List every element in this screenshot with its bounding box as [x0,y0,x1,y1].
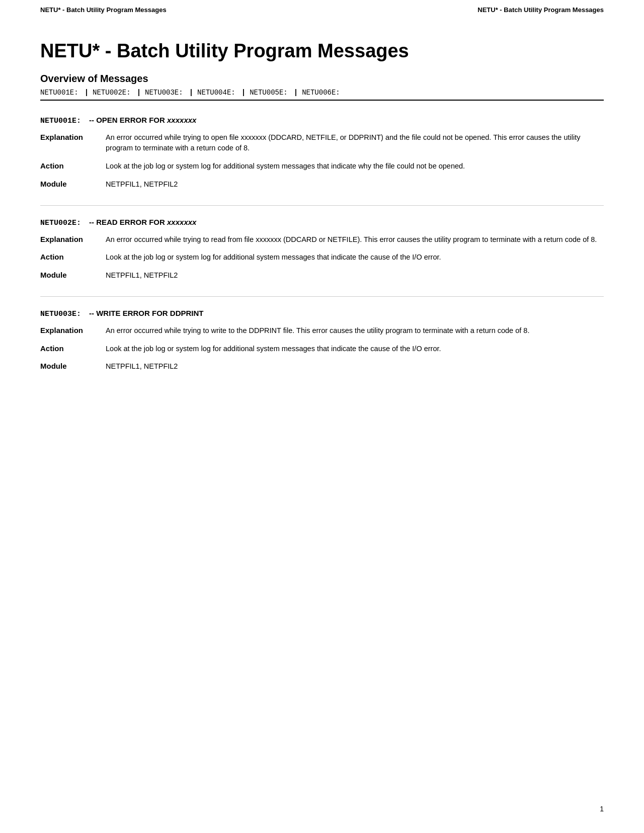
message-title-2: NETU003E:-- WRITE ERROR FOR DDPRINT [40,309,604,318]
row-label-1-2: Module [40,270,106,281]
message-row-0-2: ModuleNETPFIL1, NETPFIL2 [40,179,604,190]
section-divider-1 [40,296,604,297]
message-code-2: NETU003E: [40,310,81,318]
row-value-0-2: NETPFIL1, NETPFIL2 [106,179,604,190]
message-title-1: NETU002E:-- READ ERROR FOR xxxxxxx [40,218,604,227]
message-section-1: NETU002E:-- READ ERROR FOR xxxxxxxExplan… [40,218,604,281]
page-number: 1 [600,805,604,813]
overview-link-2[interactable]: NETU003E: [145,89,183,97]
row-label-1-1: Action [40,252,106,263]
link-separator-3: | [242,89,246,97]
row-label-1-0: Explanation [40,234,106,245]
overview-link-0[interactable]: NETU001E: [40,89,78,97]
row-value-2-1: Look at the job log or system log for ad… [106,344,604,355]
link-separator-0: | [85,89,89,97]
message-row-1-2: ModuleNETPFIL1, NETPFIL2 [40,270,604,281]
overview-links: NETU001E:|NETU002E:|NETU003E:|NETU004E:|… [40,89,604,97]
message-desc-1: -- READ ERROR FOR xxxxxxx [89,218,196,226]
row-value-2-2: NETPFIL1, NETPFIL2 [106,361,604,372]
row-label-0-0: Explanation [40,132,106,154]
message-row-0-0: ExplanationAn error occurred while tryin… [40,132,604,154]
main-content: NETU* - Batch Utility Program Messages O… [0,20,644,428]
overview-link-4[interactable]: NETU005E: [250,89,288,97]
messages-container: NETU001E:-- OPEN ERROR FOR xxxxxxxExplan… [40,116,604,373]
row-value-0-1: Look at the job log or system log for ad… [106,161,604,172]
message-row-0-1: ActionLook at the job log or system log … [40,161,604,172]
row-label-0-1: Action [40,161,106,172]
message-code-0: NETU001E: [40,117,81,125]
overview-link-1[interactable]: NETU002E: [93,89,131,97]
main-divider [40,100,604,101]
message-title-0: NETU001E:-- OPEN ERROR FOR xxxxxxx [40,116,604,125]
row-label-2-0: Explanation [40,325,106,337]
link-separator-1: | [137,89,141,97]
message-code-1: NETU002E: [40,219,81,227]
message-row-1-1: ActionLook at the job log or system log … [40,252,604,263]
message-section-0: NETU001E:-- OPEN ERROR FOR xxxxxxxExplan… [40,116,604,190]
message-desc-2: -- WRITE ERROR FOR DDPRINT [89,309,203,317]
overview-link-3[interactable]: NETU004E: [197,89,235,97]
link-separator-2: | [189,89,193,97]
message-row-2-2: ModuleNETPFIL1, NETPFIL2 [40,361,604,372]
row-value-1-1: Look at the job log or system log for ad… [106,252,604,263]
header-right: NETU* - Batch Utility Program Messages [477,6,604,14]
row-label-2-1: Action [40,344,106,355]
header-left: NETU* - Batch Utility Program Messages [40,6,167,14]
page-header: NETU* - Batch Utility Program Messages N… [0,0,644,20]
message-section-2: NETU003E:-- WRITE ERROR FOR DDPRINTExpla… [40,309,604,372]
message-row-2-1: ActionLook at the job log or system log … [40,344,604,355]
row-value-0-0: An error occurred while trying to open f… [106,132,604,154]
row-label-2-2: Module [40,361,106,372]
link-separator-4: | [294,89,298,97]
overview-link-5[interactable]: NETU006E: [302,89,340,97]
message-row-2-0: ExplanationAn error occurred while tryin… [40,325,604,337]
row-value-2-0: An error occurred while trying to write … [106,325,604,337]
message-row-1-0: ExplanationAn error occurred while tryin… [40,234,604,245]
row-value-1-2: NETPFIL1, NETPFIL2 [106,270,604,281]
row-label-0-2: Module [40,179,106,190]
row-value-1-0: An error occurred while trying to read f… [106,234,604,245]
overview-heading: Overview of Messages [40,73,604,85]
message-desc-0: -- OPEN ERROR FOR xxxxxxx [89,116,196,124]
section-divider-0 [40,205,604,206]
page-title: NETU* - Batch Utility Program Messages [40,40,604,63]
